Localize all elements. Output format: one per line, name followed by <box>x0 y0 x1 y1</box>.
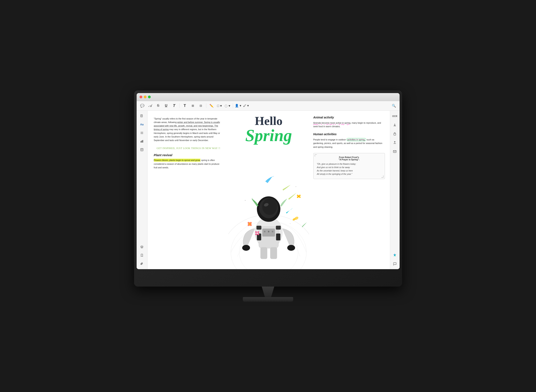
sidebar-icon-attachment[interactable] <box>138 260 146 267</box>
text-tool[interactable]: T <box>181 102 188 109</box>
monitor-frame: 💬 𝒜 S U T T ⊞ ⊟ ✏️ □ ▾ ◌ ▾ 👤 ▾ 🖊 ▾ 🔍 <box>134 91 402 287</box>
right-sidebar-icon-download[interactable] <box>391 121 398 129</box>
hello-text: Hello <box>245 115 292 127</box>
sidebar-icon-pages[interactable] <box>138 112 146 120</box>
right-sidebar-icon-upload[interactable] <box>391 139 398 146</box>
hello-spring-title: Hello Spring <box>245 111 292 144</box>
toolbar-sep2 <box>206 103 206 108</box>
stand-neck <box>258 287 278 297</box>
text-format-tool[interactable]: T <box>171 102 178 109</box>
title-bar <box>137 93 400 101</box>
svg-rect-23 <box>262 229 275 236</box>
left-column: "Spring" usually refers to the first sea… <box>148 111 228 269</box>
person-tool[interactable]: 👤 ▾ <box>235 102 242 109</box>
table-tool[interactable]: ⊟ <box>197 102 204 109</box>
highlighted-text: Flowers bloom, plants begin to sprout an… <box>154 159 201 162</box>
svg-point-27 <box>242 245 250 251</box>
document-area[interactable]: "Spring" usually refers to the first sea… <box>148 111 390 269</box>
svg-rect-9 <box>143 140 143 143</box>
svg-point-25 <box>268 231 269 232</box>
screen: 💬 𝒜 S U T T ⊞ ⊟ ✏️ □ ▾ ◌ ▾ 👤 ▾ 🖊 ▾ 🔍 <box>137 93 400 269</box>
highlight-tool[interactable]: ✏️ <box>208 102 215 109</box>
minimize-button[interactable] <box>144 96 147 98</box>
svg-point-24 <box>264 231 265 232</box>
right-sidebar-icon-lock[interactable] <box>391 130 398 138</box>
right-sidebar-icon-ocr[interactable]: OCR <box>391 112 398 120</box>
activities-highlighted: activities in spring, <box>346 138 366 141</box>
spring-text: Spring <box>245 127 292 144</box>
close-button[interactable] <box>139 96 142 98</box>
human-activities-heading: Human activities <box>313 132 385 136</box>
quote-title: From Robert Frost's"A Prayer in Spring": <box>317 156 381 161</box>
svg-point-20 <box>262 198 277 215</box>
traffic-lights <box>139 96 151 98</box>
strikethrough-tool[interactable]: S <box>155 102 162 109</box>
astronaut-figure <box>239 168 298 269</box>
quote-box: From Robert Frost's"A Prayer in Spring":… <box>313 153 385 179</box>
svg-rect-33 <box>257 233 261 240</box>
right-sidebar-icon-chat[interactable] <box>391 260 398 267</box>
pen-tool[interactable]: 𝒜 <box>147 102 154 109</box>
app-body: Aa <box>137 111 400 269</box>
monitor-wrapper: 💬 𝒜 S U T T ⊞ ⊟ ✏️ □ ▾ ◌ ▾ 👤 ▾ 🖊 ▾ 🔍 <box>134 91 402 302</box>
sidebar-icon-bookmark[interactable] <box>138 252 146 259</box>
underlined-text-1: winter and before summer. Spring is usua… <box>154 121 220 131</box>
svg-rect-30 <box>270 247 277 259</box>
intro-text: "Spring" usually refers to the first sea… <box>154 117 223 142</box>
fullscreen-button[interactable] <box>148 96 151 98</box>
shapes-tool[interactable]: □ ▾ <box>216 102 223 109</box>
sidebar-icon-table[interactable] <box>138 146 146 154</box>
sidebar-icon-chart[interactable] <box>138 138 146 145</box>
sidebar-icon-format[interactable]: Aa <box>138 121 146 128</box>
svg-rect-34 <box>276 233 280 240</box>
right-sidebar-icon-mail[interactable] <box>391 148 398 155</box>
plant-revival-heading: Plant revival <box>154 153 223 157</box>
human-activities-text: People tend to engage in outdoor activit… <box>313 138 385 149</box>
document-page: "Spring" usually refers to the first sea… <box>148 111 390 269</box>
right-sidebar: OCR <box>390 111 400 269</box>
animal-activity-text: Animals become more active in spring, ma… <box>313 121 385 129</box>
svg-rect-29 <box>260 247 267 259</box>
svg-rect-59 <box>394 134 396 135</box>
svg-rect-32 <box>276 226 281 229</box>
sidebar-icon-layers[interactable] <box>138 243 146 251</box>
right-sidebar-icon-magic[interactable] <box>391 251 398 259</box>
arc-tool[interactable]: ◌ ▾ <box>224 102 231 109</box>
left-sidebar: Aa <box>137 111 148 269</box>
toolbar-sep1 <box>179 103 180 108</box>
right-column: Animal activity Animals become more acti… <box>309 111 390 269</box>
monitor-stand <box>134 287 402 302</box>
handwritten-note: Get inspired, just look things in new wa… <box>154 147 223 150</box>
spring-content: "Spring" usually refers to the first sea… <box>148 111 390 269</box>
underline-tool[interactable]: U <box>163 102 170 109</box>
pen2-tool[interactable]: 🖊 ▾ <box>243 102 250 109</box>
plant-revival-text: Flowers bloom, plants begin to sprout an… <box>154 159 223 169</box>
stand-base <box>243 297 293 302</box>
animal-activity-heading: Animal activity <box>313 116 385 119</box>
svg-marker-13 <box>141 246 143 247</box>
svg-rect-8 <box>142 140 142 143</box>
comment-tool[interactable]: 💬 <box>139 102 146 109</box>
svg-rect-31 <box>256 226 261 229</box>
quote-corner-br <box>381 175 383 177</box>
svg-point-28 <box>287 245 295 251</box>
svg-rect-61 <box>393 150 396 153</box>
svg-point-26 <box>272 231 273 232</box>
toolbar: 💬 𝒜 S U T T ⊞ ⊟ ✏️ □ ▾ ◌ ▾ 👤 ▾ 🖊 ▾ 🔍 <box>137 101 400 111</box>
search-button[interactable]: 🔍 <box>390 102 397 109</box>
svg-rect-7 <box>141 141 141 143</box>
quote-corner-tl <box>315 154 317 157</box>
quote-text: "Oh, give us pleasure in the flowers tod… <box>317 163 381 176</box>
animal-underline-text: Animals become more active in spring, <box>313 121 351 124</box>
text-box-tool[interactable]: ⊞ <box>189 102 196 109</box>
sidebar-icon-list[interactable] <box>138 129 146 137</box>
center-column: Hello Spring <box>228 111 309 269</box>
